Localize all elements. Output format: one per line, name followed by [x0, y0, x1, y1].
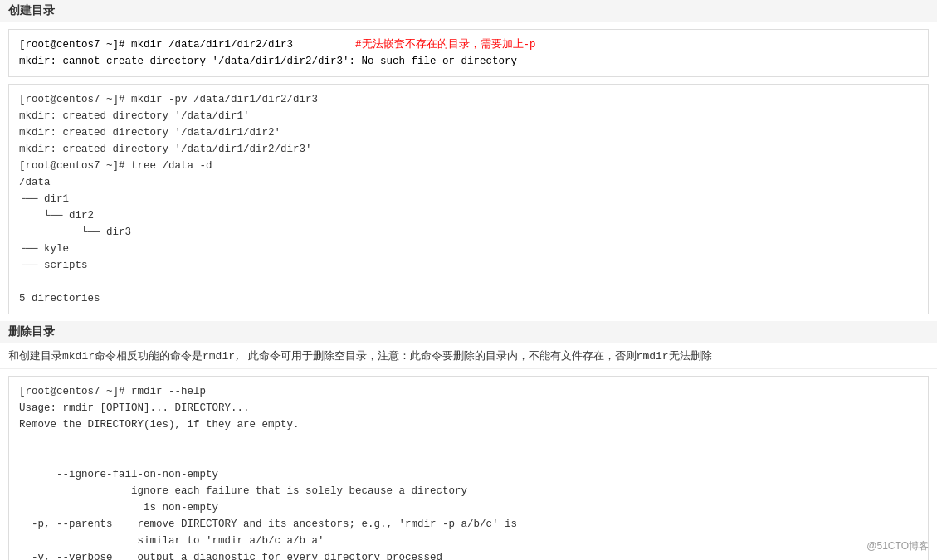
- section2-header-text: 删除目录: [8, 324, 55, 338]
- page-container: 创建目录 [root@centos7 ~]# mkdir /data/dir1/…: [0, 0, 937, 560]
- t3-line5: [19, 452, 26, 464]
- t3-line9: -p, --parents remove DIRECTORY and its a…: [19, 519, 517, 530]
- t2-line11: └── scripts: [19, 260, 88, 271]
- t3-line1: [root@centos7 ~]# rmdir --help: [19, 386, 206, 397]
- section2-desc-text: 和创建目录mkdir命令相反功能的命令是rmdir, 此命令可用于删除空目录，注…: [8, 350, 712, 363]
- watermark: @51CTO博客: [866, 539, 929, 553]
- t1-line1: [root@centos7 ~]# mkdir /data/dir1/dir2/…: [19, 39, 293, 51]
- t2-line12: 5 directories: [19, 293, 100, 304]
- t3-line11: -v, --verbose output a diagnostic for ev…: [19, 552, 442, 560]
- terminal-block-3: [root@centos7 ~]# rmdir --help Usage: rm…: [8, 376, 929, 560]
- t2-line1: [root@centos7 ~]# mkdir -pv /data/dir1/d…: [19, 94, 318, 105]
- t3-line2: Usage: rmdir [OPTION]... DIRECTORY...: [19, 402, 250, 414]
- t3-line4: [19, 436, 26, 447]
- section1-header-text: 创建目录: [8, 3, 55, 17]
- terminal-block-2: [root@centos7 ~]# mkdir -pv /data/dir1/d…: [8, 84, 929, 314]
- t3-line3: Remove the DIRECTORY(ies), if they are e…: [19, 419, 300, 431]
- t2-line3: mkdir: created directory '/data/dir1/dir…: [19, 127, 281, 139]
- t3-line6: --ignore-fail-on-non-empty: [19, 469, 218, 480]
- t2-line9: │ └── dir3: [19, 226, 131, 238]
- t3-line10: similar to 'rmdir a/b/c a/b a': [19, 535, 325, 547]
- t2-line10: ├── kyle: [19, 243, 69, 255]
- section2-header: 删除目录: [0, 321, 937, 343]
- t3-line8: is non-empty: [19, 502, 218, 514]
- t2-line4: mkdir: created directory '/data/dir1/dir…: [19, 144, 312, 155]
- section2-desc: 和创建目录mkdir命令相反功能的命令是rmdir, 此命令可用于删除空目录，注…: [0, 343, 937, 369]
- terminal-block-1: [root@centos7 ~]# mkdir /data/dir1/dir2/…: [8, 29, 929, 77]
- t2-line6: /data: [19, 177, 51, 188]
- t3-line7: ignore each failure that is solely becau…: [19, 485, 467, 497]
- t1-line2: mkdir: cannot create directory '/data/di…: [19, 56, 517, 67]
- t2-line5: [root@centos7 ~]# tree /data -d: [19, 160, 212, 172]
- t1-comment: #无法嵌套不存在的目录，需要加上-p: [355, 39, 536, 51]
- t2-line7: ├── dir1: [19, 193, 69, 205]
- t2-line8: │ └── dir2: [19, 210, 94, 222]
- section1-header: 创建目录: [0, 0, 937, 22]
- watermark-text: @51CTO博客: [866, 540, 929, 552]
- t2-line2: mkdir: created directory '/data/dir1': [19, 110, 250, 122]
